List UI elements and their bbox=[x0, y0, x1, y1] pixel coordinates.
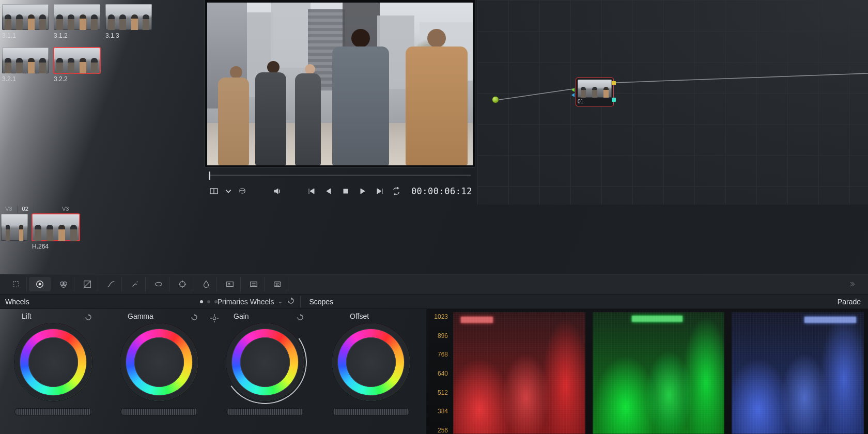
lift-reset-button[interactable] bbox=[84, 313, 92, 323]
panel-header: Wheels Primaries Wheels ⌄ Scopes Parade bbox=[0, 295, 868, 309]
node-label: 01 bbox=[578, 99, 612, 104]
clip-number: 02 bbox=[22, 206, 28, 212]
viewer-image bbox=[207, 3, 473, 165]
palette-custom-curves-button[interactable] bbox=[76, 277, 98, 291]
palette-window-button[interactable] bbox=[148, 277, 169, 291]
scope-scale: 1023 896 768 640 512 384 256 bbox=[428, 313, 451, 434]
still-label: 3.1.1 bbox=[2, 32, 49, 39]
stop-button[interactable] bbox=[339, 185, 352, 197]
svg-line-5 bbox=[616, 73, 868, 83]
svg-point-24 bbox=[213, 317, 216, 320]
image-wipe-button[interactable] bbox=[208, 185, 221, 197]
svg-point-8 bbox=[39, 283, 41, 285]
still-3-2-1[interactable]: 3.2.1 bbox=[2, 48, 49, 83]
svg-point-2 bbox=[240, 189, 245, 191]
scale-tick: 512 bbox=[428, 389, 448, 396]
palette-toolbar: 3D bbox=[0, 274, 868, 295]
gain-reset-button[interactable] bbox=[296, 313, 304, 323]
timeline-track-labels: V3 02 V3 bbox=[0, 206, 868, 213]
timeline-clip-1[interactable] bbox=[1, 214, 28, 250]
gain-wheel[interactable] bbox=[226, 323, 304, 401]
svg-rect-3 bbox=[344, 189, 348, 193]
parade-scope[interactable] bbox=[453, 312, 864, 434]
reverse-play-button[interactable] bbox=[322, 185, 335, 197]
palette-sizing-button[interactable] bbox=[243, 277, 265, 291]
page-dots[interactable] bbox=[200, 300, 218, 303]
svg-rect-21 bbox=[250, 282, 257, 287]
palette-curves-button[interactable] bbox=[100, 277, 122, 291]
play-button[interactable] bbox=[356, 185, 369, 197]
reset-all-button[interactable] bbox=[287, 297, 295, 306]
palette-rgb-mixer-button[interactable] bbox=[53, 277, 74, 291]
viewer-frame[interactable] bbox=[205, 0, 475, 167]
transport-bar: 00:00:06:12 bbox=[205, 182, 475, 200]
still-3-1-1[interactable]: 3.1.1 bbox=[2, 4, 49, 39]
mute-button[interactable] bbox=[271, 185, 284, 197]
scale-tick: 640 bbox=[428, 370, 448, 377]
palette-key-button[interactable] bbox=[219, 277, 241, 291]
clip-codec-label: H.264 bbox=[32, 243, 80, 250]
palette-color-wheels-button[interactable] bbox=[29, 277, 51, 291]
node-01[interactable]: 01 bbox=[576, 78, 614, 106]
node-output-rgb-icon[interactable] bbox=[612, 81, 616, 85]
next-clip-button[interactable] bbox=[373, 185, 386, 197]
gallery-row-2: 3.2.1 3.2.2 bbox=[2, 44, 157, 83]
scopes-mode-dropdown[interactable]: Parade bbox=[838, 298, 868, 306]
lift-wheel[interactable] bbox=[14, 323, 92, 401]
color-wheels-panel: Lift Gamma Gain Offset bbox=[0, 309, 424, 434]
bypass-grade-button[interactable] bbox=[236, 185, 249, 197]
palette-tracker-button[interactable] bbox=[172, 277, 193, 291]
track-label-right: V3 bbox=[62, 206, 69, 212]
gain-master-jog[interactable] bbox=[226, 408, 304, 415]
loop-button[interactable] bbox=[390, 185, 403, 197]
still-label: 3.2.2 bbox=[54, 75, 100, 83]
node-output-alpha-icon[interactable] bbox=[612, 98, 616, 102]
offset-master-jog[interactable] bbox=[332, 408, 410, 415]
node-input-alpha-icon[interactable] bbox=[571, 93, 575, 97]
scope-blue-channel bbox=[732, 312, 864, 434]
palette-3d-button[interactable]: 3D bbox=[267, 277, 288, 291]
palette-crop-button[interactable] bbox=[5, 277, 27, 291]
gamma-wheel-cell: Gamma bbox=[106, 309, 212, 434]
gamma-label: Gamma bbox=[106, 312, 153, 320]
scale-tick: 1023 bbox=[428, 313, 448, 320]
white-balance-picker-icon[interactable] bbox=[209, 313, 220, 325]
scale-tick: 256 bbox=[428, 427, 448, 434]
still-label: 3.1.3 bbox=[105, 32, 152, 39]
palette-blur-button[interactable] bbox=[195, 277, 217, 291]
still-label: 3.2.1 bbox=[2, 75, 49, 83]
offset-wheel[interactable] bbox=[332, 323, 410, 401]
offset-label: Offset bbox=[318, 312, 369, 320]
gamma-wheel[interactable] bbox=[120, 323, 198, 401]
node-graph[interactable]: 01 bbox=[477, 0, 868, 205]
gamma-reset-button[interactable] bbox=[190, 313, 198, 323]
svg-point-20 bbox=[228, 283, 230, 285]
timeline-clip-2[interactable]: H.264 bbox=[32, 214, 80, 250]
scrub-bar[interactable] bbox=[205, 169, 475, 182]
scopes-panel-title: Scopes bbox=[301, 298, 333, 306]
expand-panel-button[interactable] bbox=[841, 277, 863, 291]
svg-line-4 bbox=[499, 89, 574, 100]
node-input-rgb-icon[interactable] bbox=[571, 88, 575, 92]
still-3-1-3[interactable]: 3.1.3 bbox=[105, 4, 152, 39]
palette-qualifier-button[interactable] bbox=[124, 277, 146, 291]
track-label-left: V3 bbox=[5, 206, 12, 212]
gamma-master-jog[interactable] bbox=[120, 408, 198, 415]
stills-gallery: 3.1.1 3.1.2 3.1.3 3.2.1 3.2.2 bbox=[2, 1, 157, 88]
svg-text:3D: 3D bbox=[275, 283, 280, 286]
svg-rect-6 bbox=[13, 282, 19, 287]
still-3-1-2[interactable]: 3.1.2 bbox=[54, 4, 100, 39]
still-3-2-2[interactable]: 3.2.2 bbox=[54, 48, 100, 83]
wheels-mode-dropdown[interactable]: Primaries Wheels bbox=[218, 298, 274, 306]
viewer-timecode[interactable]: 00:00:06:12 bbox=[411, 186, 472, 196]
chevron-down-icon[interactable] bbox=[225, 185, 232, 197]
scale-tick: 384 bbox=[428, 408, 448, 415]
prev-clip-button[interactable] bbox=[305, 185, 318, 197]
lift-wheel-cell: Lift bbox=[0, 309, 106, 434]
scope-green-channel bbox=[593, 312, 725, 434]
node-links bbox=[477, 0, 868, 205]
chevron-down-icon[interactable]: ⌄ bbox=[278, 298, 283, 305]
wheels-panel-title: Wheels bbox=[0, 298, 29, 306]
lift-master-jog[interactable] bbox=[14, 408, 92, 415]
node-source-dot[interactable] bbox=[492, 96, 499, 103]
